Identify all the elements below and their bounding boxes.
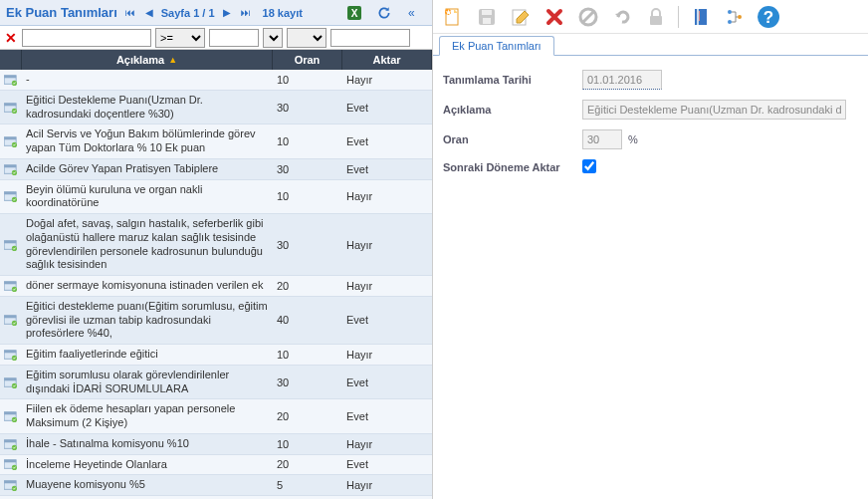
- nav-next-icon[interactable]: ▶: [221, 7, 233, 18]
- cell-oran: 40: [273, 297, 342, 344]
- table-row[interactable]: Eğitici destekleme puanı(Eğitim sorumlus…: [0, 297, 432, 345]
- filter-aktar-input[interactable]: [330, 29, 410, 47]
- cell-aktar: Hayır: [342, 345, 432, 365]
- table-row[interactable]: Eğitim faaliyetlerinde eğitici10Hayır: [0, 345, 432, 366]
- svg-rect-31: [4, 377, 16, 380]
- label-tarih: Tanımlama Tarihi: [443, 74, 582, 86]
- label-oran: Oran: [443, 133, 582, 145]
- detail-toolbar: ★ ?: [433, 0, 868, 34]
- cell-aciklama: döner sermaye komisyonuna istinaden veri…: [22, 276, 273, 296]
- input-tarih[interactable]: [582, 70, 662, 90]
- table-row[interactable]: -10Hayır: [0, 70, 432, 91]
- col-aciklama[interactable]: Açıklama▲: [22, 50, 273, 70]
- tree-icon[interactable]: [723, 5, 747, 29]
- table-row[interactable]: Acil Servis ve Yoğun Bakım bölümlerinde …: [0, 125, 432, 159]
- row-icon: [0, 180, 22, 214]
- help-icon[interactable]: ?: [757, 5, 780, 29]
- expand-icon[interactable]: «: [402, 1, 426, 25]
- input-oran[interactable]: [582, 129, 622, 149]
- row-icon: [0, 91, 22, 125]
- toolbar-separator: [678, 6, 679, 28]
- new-icon[interactable]: ★: [441, 5, 465, 29]
- row-icon: [0, 297, 22, 344]
- detail-panel: ★ ? Ek Puan Tanımları Tanımlama Tarihi A…: [433, 0, 868, 499]
- cell-aciklama: Beyin ölümü kuruluna ve organ nakli koor…: [22, 180, 273, 214]
- svg-rect-34: [4, 412, 16, 415]
- cell-aktar: Hayır: [342, 180, 432, 214]
- row-icon: [0, 434, 22, 454]
- record-count: 18 kayıt: [263, 7, 303, 19]
- filter-op3-select[interactable]: [287, 28, 326, 48]
- disable-icon[interactable]: [576, 5, 600, 29]
- cell-oran: 20: [273, 455, 342, 475]
- sort-asc-icon: ▲: [168, 55, 177, 65]
- svg-rect-13: [4, 164, 16, 167]
- tab-ek-puan[interactable]: Ek Puan Tanımları: [439, 36, 554, 56]
- svg-rect-4: [4, 76, 16, 79]
- table-row[interactable]: Fiilen ek ödeme hesapları yapan personel…: [0, 399, 432, 434]
- table-row[interactable]: Eğitim sorumlusu olarak görevlendirilenl…: [0, 366, 432, 400]
- cell-oran: 10: [273, 70, 342, 90]
- filter-row: ✕ >= *: [0, 26, 432, 50]
- clear-filter-icon[interactable]: ✕: [4, 30, 18, 46]
- filter-oran-input[interactable]: [209, 29, 259, 47]
- cell-aciklama: Eğitici Destekleme Puanı(Uzman Dr. kadro…: [22, 91, 273, 125]
- svg-text:«: «: [408, 7, 415, 19]
- svg-rect-69: [699, 11, 700, 21]
- input-aciklama[interactable]: [582, 100, 846, 120]
- filter-op2-select[interactable]: *: [263, 28, 283, 48]
- cell-aktar: Evet: [342, 399, 432, 433]
- col-aktar[interactable]: Aktar: [342, 50, 432, 70]
- lock-icon[interactable]: [644, 5, 668, 29]
- tab-strip: Ek Puan Tanımları: [433, 34, 868, 56]
- table-row[interactable]: Eğitici Destekleme Puanı(Uzman Dr. kadro…: [0, 91, 432, 125]
- export-excel-icon[interactable]: X: [342, 1, 366, 25]
- cell-oran: 30: [273, 91, 342, 125]
- nav-prev-icon[interactable]: ◀: [143, 7, 155, 18]
- cell-aciklama: -: [22, 70, 273, 90]
- cell-aciklama: Eğitici destekleme puanı(Eğitim sorumlus…: [22, 297, 273, 344]
- row-icon: [0, 399, 22, 433]
- grid-header: Ek Puan Tanımları ⏮ ◀ Sayfa 1 / 1 ▶ ⏭ 18…: [0, 0, 432, 26]
- svg-point-70: [728, 10, 732, 14]
- nav-last-icon[interactable]: ⏭: [239, 7, 253, 18]
- table-row[interactable]: Beyin ölümü kuruluna ve organ nakli koor…: [0, 180, 432, 215]
- table-row[interactable]: Doğal afet, savaş, salgın hastalık, sefe…: [0, 214, 432, 276]
- table-row[interactable]: döner sermaye komisyonuna istinaden veri…: [0, 276, 432, 297]
- save-icon[interactable]: [475, 5, 499, 29]
- grid-title: Ek Puan Tanımları: [6, 5, 117, 20]
- cell-aktar: Hayır: [342, 214, 432, 275]
- cell-aktar: Hayır: [342, 434, 432, 454]
- filter-op1-select[interactable]: >=: [155, 28, 205, 48]
- table-row[interactable]: İhale - Satınalma komisyonu %1010Hayır: [0, 434, 432, 455]
- row-icon: [0, 159, 22, 179]
- cell-aciklama: Eğitim faaliyetlerinde eğitici: [22, 345, 273, 365]
- row-icon: [0, 214, 22, 275]
- table-row[interactable]: İnceleme Heyetinde Olanlara20Evet: [0, 455, 432, 476]
- cell-aktar: Hayır: [342, 475, 432, 495]
- edit-icon[interactable]: [509, 5, 533, 29]
- cell-oran: 20: [273, 276, 342, 296]
- checkbox-aktar[interactable]: [582, 159, 596, 173]
- svg-line-65: [582, 11, 594, 23]
- delete-icon[interactable]: [542, 5, 566, 29]
- cell-aktar: Evet: [342, 159, 432, 179]
- svg-rect-66: [650, 16, 662, 25]
- cell-aciklama: Acil Servis ve Yoğun Bakım bölümlerinde …: [22, 125, 273, 158]
- table-row[interactable]: Acilde Görev Yapan Pratisyen Tabiplere30…: [0, 159, 432, 180]
- filter-aciklama-input[interactable]: [22, 29, 151, 47]
- svg-rect-10: [4, 137, 16, 140]
- table-row[interactable]: Muayene komisyonu %55Hayır: [0, 475, 432, 496]
- book-icon[interactable]: [689, 5, 713, 29]
- cell-oran: 30: [273, 214, 342, 275]
- svg-point-72: [738, 15, 742, 19]
- col-oran[interactable]: Oran: [273, 50, 342, 70]
- refresh-icon[interactable]: [372, 1, 396, 25]
- cell-oran: 10: [273, 345, 342, 365]
- row-icon: [0, 366, 22, 399]
- row-icon: [0, 70, 22, 90]
- row-icon: [0, 455, 22, 475]
- undo-icon[interactable]: [610, 5, 634, 29]
- nav-first-icon[interactable]: ⏮: [123, 7, 137, 18]
- row-icon: [0, 475, 22, 495]
